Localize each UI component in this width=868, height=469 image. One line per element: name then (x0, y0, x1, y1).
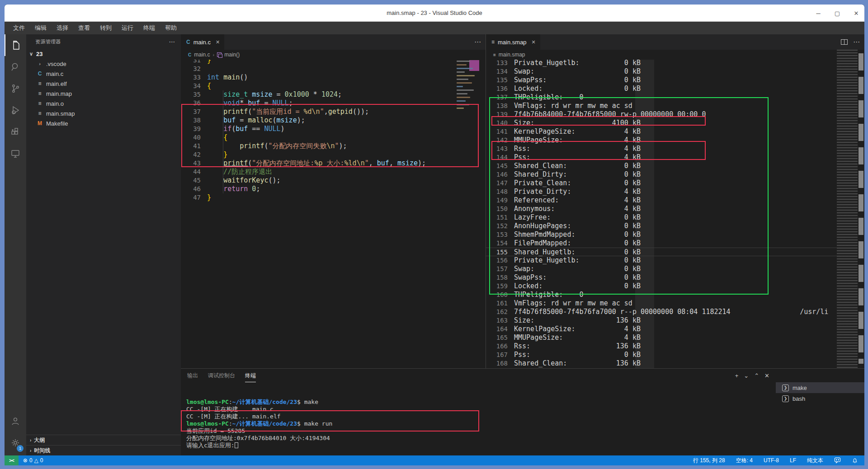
new-terminal-icon[interactable]: + (735, 372, 739, 379)
code-line[interactable]: 34{ (181, 82, 486, 90)
breadcrumb[interactable]: ≡ main.smap (486, 50, 864, 60)
account-icon[interactable] (5, 410, 26, 432)
smap-line[interactable]: 135SwapPss: 0 kB (486, 76, 864, 84)
smap-line[interactable]: 164KernelPageSize: 4 kB (486, 325, 864, 333)
explorer-icon[interactable] (5, 34, 26, 56)
minimize-icon[interactable]: ─ (815, 10, 822, 17)
smap-line[interactable]: 140Size: 4100 kB (486, 119, 864, 127)
smap-line[interactable]: 165MMUPageSize: 4 kB (486, 333, 864, 342)
terminal-session-bash[interactable]: ❯bash (776, 393, 864, 404)
status-item[interactable]: 纯文本 (807, 457, 823, 464)
menu-item-查看[interactable]: 查看 (73, 22, 95, 34)
remote-indicator[interactable]: >< (5, 455, 19, 465)
code-line[interactable]: 41 printf("分配内存空间失败\n"); (181, 142, 486, 150)
smap-line[interactable]: 163Size: 136 kB (486, 316, 864, 325)
code-line[interactable]: 46 return 0; (181, 185, 486, 193)
settings-gear-icon[interactable]: 1 (5, 432, 26, 454)
smap-line[interactable]: 141KernelPageSize: 4 kB (486, 127, 864, 136)
code-line[interactable]: 39 if(buf == NULL) (181, 125, 486, 133)
close-panel-icon[interactable]: ✕ (764, 372, 769, 379)
remote-explorer-icon[interactable] (5, 143, 26, 164)
smap-line[interactable]: 151LazyFree: 0 kB (486, 213, 864, 222)
smap-line[interactable]: 148Private_Dirty: 4 kB (486, 188, 864, 196)
smap-line[interactable]: 133Private_Hugetlb: 0 kB (486, 60, 864, 67)
smap-line[interactable]: 1397f4b76b84000-7f4b76f85000 rw-p 000000… (486, 110, 864, 119)
code-line[interactable]: 45 waitforKeyc(); (181, 176, 486, 185)
code-line[interactable]: 36 void* buf = NULL; (181, 99, 486, 108)
explorer-item-main.o[interactable]: ≡main.o (26, 98, 181, 108)
smap-line[interactable]: 143Rss: 4 kB (486, 145, 864, 153)
smap-line[interactable]: 154FilePmdMapped: 0 kB (486, 239, 864, 248)
panel-tab-输出[interactable]: 输出 (187, 369, 198, 382)
menu-item-帮助[interactable]: 帮助 (160, 22, 182, 34)
smap-line[interactable]: 149Referenced: 4 kB (486, 196, 864, 205)
search-icon[interactable] (5, 56, 26, 78)
smap-line[interactable]: 150Anonymous: 4 kB (486, 205, 864, 213)
smap-line[interactable]: 137THPeligible: 0 (486, 93, 864, 102)
tab-main-smap[interactable]: ≡ main.smap ✕ (486, 34, 540, 50)
code-line[interactable]: 31} (181, 60, 486, 65)
tab-close-icon[interactable]: ✕ (216, 39, 220, 45)
breadcrumb[interactable]: C main.c › main() (181, 50, 486, 60)
explorer-root-folder[interactable]: ∨ 23 (26, 49, 181, 59)
smap-line[interactable]: 159Locked: 0 kB (486, 282, 864, 291)
scrollbar[interactable] (858, 50, 864, 368)
code-line[interactable]: 35 size_t msize = 0x1000 * 1024; (181, 90, 486, 99)
smap-line[interactable]: 142MMUPageSize: 4 kB (486, 136, 864, 145)
editor-actions-icon[interactable]: ⋯ (474, 38, 481, 46)
menu-item-选择[interactable]: 选择 (52, 22, 73, 34)
smap-line[interactable]: 147Private_Clean: 0 kB (486, 179, 864, 188)
extensions-icon[interactable] (5, 121, 26, 143)
explorer-item-.vscode[interactable]: ›.vscode (26, 59, 181, 69)
terminal-session-make[interactable]: ❯make (776, 382, 864, 393)
problems-status[interactable]: ⊗ 0 △ 0 (19, 457, 48, 464)
minimap[interactable] (837, 50, 858, 368)
editor-actions-icon[interactable]: ⋯ (853, 38, 860, 46)
code-line[interactable]: 32 (181, 65, 486, 73)
status-item[interactable]: UTF-8 (764, 457, 779, 464)
timeline-section[interactable]: › 时间线 (26, 445, 181, 455)
code-line[interactable]: 47} (181, 193, 486, 202)
status-item[interactable]: 空格: 4 (736, 457, 753, 464)
maximize-icon[interactable]: ▢ (834, 10, 841, 17)
smap-line[interactable]: 160THPeligible: 0 (486, 291, 864, 299)
minimap[interactable] (456, 61, 478, 119)
terminal-dropdown-icon[interactable]: ⌄ (744, 372, 749, 379)
smap-line[interactable]: 157Swap: 0 kB (486, 265, 864, 273)
split-editor-icon[interactable] (841, 39, 848, 45)
feedback-icon[interactable] (834, 457, 841, 464)
menu-item-运行[interactable]: 运行 (117, 22, 138, 34)
smap-line[interactable]: 136Locked: 0 kB (486, 84, 864, 93)
panel-tab-调试控制台[interactable]: 调试控制台 (208, 369, 235, 382)
code-line[interactable]: 44 //防止程序退出 (181, 168, 486, 176)
maximize-panel-icon[interactable]: ⌃ (754, 372, 759, 379)
terminal[interactable]: lmos@lmos-PC:~/计算机基础/code/23$ makeCC -[M… (181, 382, 774, 455)
menu-item-终端[interactable]: 终端 (138, 22, 160, 34)
code-line[interactable]: 37 printf("当前应用id = %d\n",getpid()); (181, 108, 486, 116)
smap-line[interactable]: 134Swap: 0 kB (486, 67, 864, 76)
notifications-bell-icon[interactable] (852, 457, 858, 464)
explorer-item-Makefile[interactable]: MMakefile (26, 118, 181, 128)
tab-main-c[interactable]: C main.c ✕ (181, 34, 224, 50)
close-icon[interactable]: ✕ (853, 10, 860, 17)
code-line[interactable]: 38 buf = malloc(msize); (181, 116, 486, 125)
smap-line[interactable]: 146Shared_Dirty: 0 kB (486, 170, 864, 179)
source-control-icon[interactable] (5, 78, 26, 99)
smap-line[interactable]: 1627f4b76f85000-7f4b76fa7000 r--p 000000… (486, 308, 864, 316)
code-line[interactable]: 33int main() (181, 73, 486, 82)
tab-close-icon[interactable]: ✕ (532, 39, 536, 45)
smap-line[interactable]: 153ShmemPmdMapped: 0 kB (486, 230, 864, 239)
menu-item-文件[interactable]: 文件 (8, 22, 30, 34)
code-line[interactable]: 43 printf("分配内存空间地址:%p 大小:%ld\n", buf, m… (181, 159, 486, 168)
explorer-item-main.smap[interactable]: ≡main.smap (26, 108, 181, 118)
status-item[interactable]: 行 155, 列 28 (693, 457, 725, 464)
smap-line[interactable]: 167Pss: 0 kB (486, 351, 864, 359)
smap-line[interactable]: 144Pss: 4 kB (486, 153, 864, 162)
smap-line[interactable]: 158SwapPss: 0 kB (486, 273, 864, 282)
explorer-item-main.elf[interactable]: ≡main.elf (26, 79, 181, 89)
panel-tab-终端[interactable]: 终端 (245, 369, 256, 382)
smap-line[interactable]: 168Shared_Clean: 136 kB (486, 359, 864, 368)
code-line[interactable]: 40 { (181, 133, 486, 142)
smap-line[interactable]: 156Private_Hugetlb: 0 kB (486, 256, 864, 265)
smap-line[interactable]: 166Rss: 136 kB (486, 342, 864, 351)
